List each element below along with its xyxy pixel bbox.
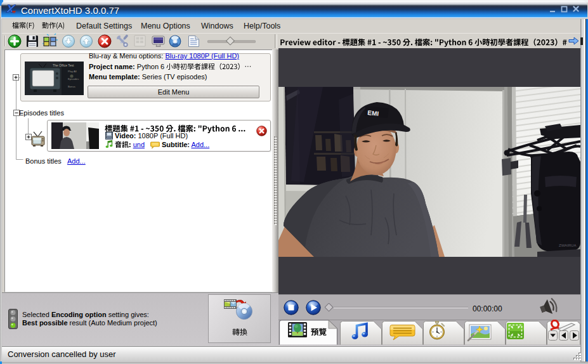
svg-text:EMI: EMI [367,109,379,117]
svg-text:The Office Test: The Office Test [53,63,74,67]
svg-text:Episodes: Episodes [68,77,79,81]
svg-text:Play All: Play All [68,70,77,73]
svg-text:ZWAIRUA: ZWAIRUA [559,244,576,247]
svg-text:Bonus: Bonus [68,85,75,88]
